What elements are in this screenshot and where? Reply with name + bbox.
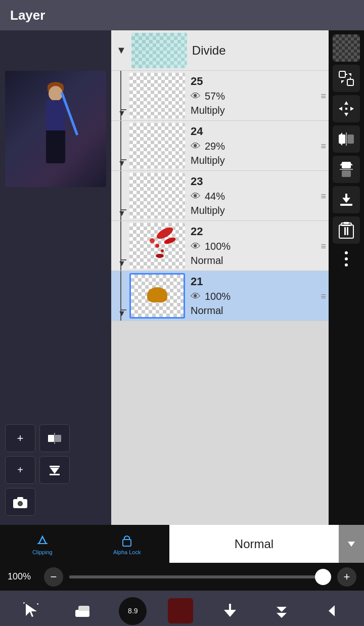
flip-vertical-button[interactable] — [333, 156, 360, 183]
layer-23-menu[interactable]: ≡ — [321, 191, 326, 202]
layer-22-thumb — [129, 223, 185, 269]
char-torso — [46, 100, 65, 130]
layer-25-info: 25 👁 57% ≡ Multiply — [188, 71, 329, 120]
layer-23[interactable]: ▼ 23 👁 44% ≡ Multiply — [111, 171, 329, 221]
svg-marker-23 — [350, 107, 354, 111]
color-swatch-button[interactable] — [168, 598, 193, 623]
layer-22-visibility[interactable]: 👁 — [191, 241, 201, 252]
layer-divide[interactable]: ▼ Divide — [111, 30, 329, 71]
layer-23-visibility[interactable]: 👁 — [191, 191, 201, 202]
svg-rect-0 — [48, 435, 54, 442]
add-layer-button[interactable]: + — [5, 424, 35, 452]
svg-marker-34 — [351, 163, 353, 165]
svg-rect-2 — [54, 433, 55, 444]
opacity-slider-thumb[interactable] — [315, 569, 331, 585]
svg-marker-19 — [341, 80, 344, 83]
layer-25-controls: 👁 57% ≡ — [191, 91, 326, 102]
svg-point-45 — [345, 263, 348, 266]
layer-24-controls: 👁 29% ≡ — [191, 141, 326, 152]
layer-25-opacity: 57% — [205, 91, 225, 102]
control-row-1: + — [5, 424, 104, 452]
down-arrow-icon — [222, 602, 238, 620]
clipping-button[interactable]: Clipping — [0, 525, 85, 563]
svg-rect-25 — [339, 135, 345, 144]
control-row-3 — [5, 488, 104, 516]
divide-arrow: ▼ — [116, 44, 126, 56]
back-button[interactable] — [318, 596, 348, 626]
layer-23-number: 23 — [191, 175, 326, 188]
layer-25[interactable]: ▼ 25 👁 57% ≡ Multiply — [111, 71, 329, 121]
transform-button[interactable] — [333, 65, 360, 92]
svg-point-12 — [155, 244, 159, 248]
svg-rect-46 — [123, 540, 131, 546]
layer-21-menu[interactable]: ≡ — [321, 291, 326, 302]
opacity-value: 100% — [8, 571, 38, 582]
layer-22-connector: ▼ — [115, 221, 125, 271]
layer-24-menu[interactable]: ≡ — [321, 141, 326, 152]
svg-point-8 — [19, 502, 22, 505]
svg-marker-47 — [348, 542, 355, 547]
layer-22-blend: Normal — [191, 255, 326, 266]
blend-mode-display[interactable]: Normal — [169, 525, 339, 563]
delete-button[interactable] — [333, 216, 360, 244]
eraser-tool-button[interactable] — [67, 596, 98, 626]
artwork-preview — [5, 71, 106, 187]
svg-marker-50 — [224, 610, 236, 617]
blend-mode-text: Normal — [235, 537, 274, 551]
layer-22-menu[interactable]: ≡ — [321, 241, 326, 252]
control-row-2: + — [5, 456, 104, 484]
layer-23-info: 23 👁 44% ≡ Multiply — [188, 171, 329, 220]
flip-button[interactable] — [39, 424, 70, 452]
download-button[interactable] — [333, 186, 360, 213]
svg-rect-42 — [344, 222, 349, 224]
layer-24-visibility[interactable]: 👁 — [191, 141, 201, 152]
flatten-button[interactable] — [39, 456, 70, 484]
add-group-button[interactable]: + — [5, 456, 35, 484]
camera-icon — [12, 495, 28, 509]
svg-point-13 — [161, 249, 164, 252]
layer-22[interactable]: ▼ 22 👁 100% ≡ — [111, 221, 329, 271]
layer-25-visibility[interactable]: 👁 — [191, 91, 201, 102]
transform-icon — [338, 70, 354, 86]
layer-24-blend: Multiply — [191, 155, 326, 166]
checkerboard-button[interactable] — [333, 34, 360, 62]
layer-24[interactable]: ▼ 24 👁 29% ≡ Multiply — [111, 121, 329, 171]
download-icon — [338, 192, 354, 208]
opacity-decrease-button[interactable]: − — [44, 567, 63, 587]
alpha-lock-button[interactable]: Alpha Lock — [85, 525, 170, 563]
selection-tool-button[interactable] — [16, 596, 46, 626]
opacity-slider[interactable] — [69, 575, 331, 578]
more-options-button[interactable] — [333, 249, 360, 269]
move-icon — [338, 100, 355, 117]
layer-21-visibility[interactable]: 👁 — [191, 291, 201, 302]
svg-marker-54 — [329, 605, 335, 616]
svg-marker-3 — [50, 468, 59, 474]
move-button[interactable] — [333, 95, 360, 122]
down-arrow-button[interactable] — [215, 596, 245, 626]
opacity-slider-fill — [69, 575, 331, 578]
layer-25-menu[interactable]: ≡ — [321, 91, 326, 102]
opacity-increase-button[interactable]: + — [337, 567, 356, 587]
clipping-label: Clipping — [32, 549, 53, 555]
svg-rect-36 — [345, 194, 347, 199]
alpha-lock-label: Alpha Lock — [113, 549, 141, 555]
brush-size-button[interactable]: 8.9 — [119, 597, 147, 625]
opacity-bar: 100% − + — [0, 563, 364, 591]
svg-rect-30 — [342, 162, 351, 168]
layer-23-opacity: 44% — [205, 191, 225, 202]
svg-rect-4 — [50, 466, 60, 467]
svg-rect-48 — [75, 610, 89, 617]
svg-rect-17 — [347, 79, 353, 85]
layer-24-thumb — [129, 123, 185, 168]
svg-rect-51 — [229, 604, 231, 611]
more-options-icon — [344, 250, 349, 267]
back-arrow-icon — [326, 603, 341, 618]
header: Layer — [0, 0, 364, 30]
flip-horizontal-button[interactable] — [333, 125, 360, 153]
double-down-button[interactable] — [266, 596, 297, 626]
blend-mode-expand[interactable] — [339, 525, 364, 563]
main-area: + + — [0, 30, 364, 525]
svg-rect-27 — [346, 132, 347, 146]
layer-21[interactable]: ▼ 21 👁 100% ≡ Normal — [111, 271, 329, 321]
camera-button[interactable] — [5, 488, 35, 516]
